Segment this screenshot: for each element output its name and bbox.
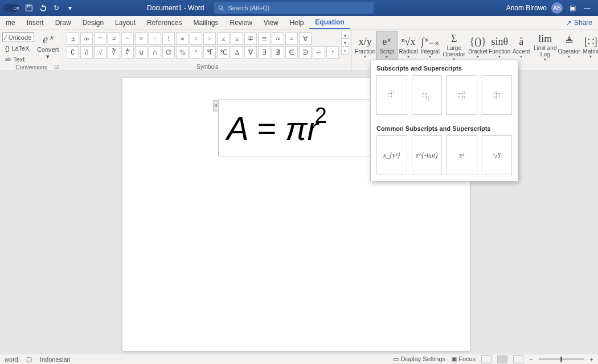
convert-button[interactable]: eˣ Convert ▾: [35, 31, 60, 60]
symbol-cell[interactable]: =: [94, 32, 107, 45]
zoom-in-icon[interactable]: +: [590, 356, 593, 363]
minimize-icon[interactable]: —: [582, 3, 592, 13]
opt-superscript[interactable]: [376, 75, 407, 115]
symbol-cell[interactable]: ∓: [244, 32, 257, 45]
symbol-cell[interactable]: %: [176, 46, 189, 59]
symbol-cell[interactable]: ∛: [108, 46, 120, 59]
status-language[interactable]: Indonesian: [40, 356, 71, 363]
tab-design[interactable]: Design: [77, 16, 109, 29]
undo-icon[interactable]: [38, 3, 48, 13]
focus-button[interactable]: ▣ Focus: [451, 355, 476, 363]
struct-large-operator[interactable]: ΣLarge Operator▾: [441, 31, 467, 63]
dialog-launcher-icon[interactable]: ◲: [54, 64, 59, 69]
struct-operator[interactable]: ≜Operator▾: [558, 31, 580, 63]
symbol-cell[interactable]: ∇: [244, 46, 257, 59]
unicode-option[interactable]: ⁄Unicode: [2, 32, 34, 42]
symbol-cell[interactable]: ∪: [135, 46, 148, 59]
tab-mailings[interactable]: Mailings: [187, 16, 224, 29]
struct-fraction[interactable]: x/yFraction▾: [354, 31, 376, 63]
symbol-cell[interactable]: >: [203, 32, 216, 45]
save-icon[interactable]: [24, 3, 34, 13]
symbol-cell[interactable]: ∞: [80, 32, 93, 45]
symbol-cell[interactable]: ~: [121, 32, 134, 45]
search-box[interactable]: Search (Alt+Q): [214, 2, 374, 14]
equation-box[interactable]: ⠿ A = πr2: [218, 100, 372, 156]
status-word[interactable]: word: [5, 356, 18, 363]
ribbon-tabs: meInsertDrawDesignLayoutReferencesMailin…: [0, 16, 598, 30]
struct-bracket[interactable]: {()}Bracket▾: [467, 31, 489, 63]
symbol-cell[interactable]: !: [162, 32, 175, 45]
tab-view[interactable]: View: [258, 16, 284, 29]
symbol-down-icon[interactable]: ▾: [341, 39, 349, 47]
window-mode-icon[interactable]: ▣: [567, 3, 577, 13]
symbol-cell[interactable]: ∩: [149, 46, 161, 59]
tab-layout[interactable]: Layout: [109, 16, 141, 29]
tab-review[interactable]: Review: [224, 16, 257, 29]
symbol-cell[interactable]: ℃: [217, 46, 230, 59]
opt-presubsuper[interactable]: [482, 75, 513, 115]
tab-draw[interactable]: Draw: [50, 16, 77, 29]
symbol-cell[interactable]: √: [94, 46, 107, 59]
view-print-icon[interactable]: [497, 355, 507, 363]
symbol-cell[interactable]: ℉: [203, 46, 216, 59]
equation-handle-icon[interactable]: ⠿: [213, 100, 219, 111]
symbol-cell[interactable]: ∝: [176, 32, 189, 45]
symbol-cell[interactable]: ÷: [149, 32, 161, 45]
symbol-cell[interactable]: ×: [135, 32, 148, 45]
symbol-more-icon[interactable]: ▿: [341, 47, 349, 55]
tab-references[interactable]: References: [141, 16, 187, 29]
symbol-cell[interactable]: ∀: [299, 32, 312, 45]
display-settings-button[interactable]: ▭ Display Settings: [393, 355, 445, 363]
user-area[interactable]: Anom Birowo AB ▣ —: [501, 2, 598, 14]
struct-matrix[interactable]: [∷]Matrix▾: [580, 31, 598, 63]
zoom-out-icon[interactable]: −: [529, 356, 533, 363]
symbol-cell[interactable]: ∄: [272, 46, 284, 59]
symbol-cell[interactable]: ≤: [217, 32, 230, 45]
symbol-cell[interactable]: ↑: [326, 46, 339, 59]
zoom-slider[interactable]: [539, 358, 584, 360]
latex-option[interactable]: {}LaTeX: [2, 43, 34, 53]
struct-function[interactable]: sinθFunction▾: [489, 31, 510, 63]
symbol-cell[interactable]: ≅: [258, 32, 271, 45]
tab-insert[interactable]: Insert: [21, 16, 50, 29]
symbol-cell[interactable]: ←: [313, 46, 325, 59]
struct-script[interactable]: eˣScript▾: [376, 31, 398, 63]
symbol-up-icon[interactable]: ▴: [341, 31, 349, 39]
opt-common[interactable]: ⁿ₁Y: [482, 135, 513, 175]
redo-icon[interactable]: ↻: [51, 3, 62, 13]
symbol-cell[interactable]: ∂: [80, 46, 93, 59]
tab-equation[interactable]: Equation: [309, 16, 350, 29]
opt-subsuper[interactable]: [447, 75, 477, 115]
struct-radical[interactable]: ⁿ√xRadical▾: [398, 31, 419, 63]
share-button[interactable]: ↗Share: [560, 19, 598, 27]
struct-integral[interactable]: ∫ˣ₋ₓIntegral▾: [419, 31, 441, 63]
symbol-cell[interactable]: ∜: [121, 46, 134, 59]
view-web-icon[interactable]: [513, 355, 523, 363]
view-read-icon[interactable]: [481, 355, 491, 363]
opt-common[interactable]: x_{y²}: [376, 135, 407, 175]
struct-limit-and-log[interactable]: limLimit and Log▾: [532, 31, 558, 63]
qat-more-icon[interactable]: ▾: [65, 3, 75, 13]
symbol-cell[interactable]: ∅: [162, 46, 175, 59]
symbol-cell[interactable]: ∁: [67, 46, 79, 59]
opt-common[interactable]: e^{-iωt}: [412, 135, 443, 175]
symbol-cell[interactable]: ≈: [272, 32, 284, 45]
autosave-toggle[interactable]: Off: [3, 4, 21, 12]
opt-subscript[interactable]: [412, 75, 443, 115]
symbol-cell[interactable]: °: [190, 46, 202, 59]
symbol-cell[interactable]: ≥: [231, 32, 243, 45]
symbol-cell[interactable]: ≡: [285, 32, 298, 45]
symbol-cell[interactable]: ±: [67, 32, 79, 45]
symbol-cell[interactable]: ∈: [285, 46, 298, 59]
text-option[interactable]: abText: [2, 54, 34, 64]
tab-me[interactable]: me: [0, 16, 21, 29]
symbol-cell[interactable]: <: [190, 32, 202, 45]
struct-accent[interactable]: äAccent▾: [510, 31, 532, 63]
opt-common[interactable]: x²: [447, 135, 477, 175]
symbol-cell[interactable]: ∋: [299, 46, 312, 59]
status-lang-icon[interactable]: ▢: [26, 355, 32, 363]
symbol-cell[interactable]: ∃: [258, 46, 271, 59]
symbol-cell[interactable]: ∆: [231, 46, 243, 59]
symbol-cell[interactable]: ≠: [108, 32, 120, 45]
tab-help[interactable]: Help: [284, 16, 310, 29]
